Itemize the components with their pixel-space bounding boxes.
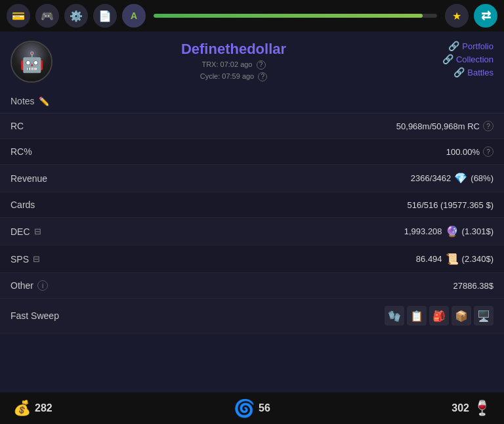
swap-nav-btn[interactable]: ⇄ [474,4,497,28]
rc-percent-value: 100.00% ? [446,146,494,157]
profile-username: Definethedollar [62,41,406,58]
bottom-right-item: 302 🍷 [452,400,491,417]
star-nav-btn[interactable]: ★ [445,4,469,28]
link-icon-portfolio: 🔗 [448,41,459,51]
wallet-nav-btn[interactable]: 💳 [7,4,30,28]
bottom-right-value: 302 [452,402,469,414]
rc-row: RC 50,968m/50,968m RC ? [0,114,504,139]
sweep-btn-5[interactable]: 🖥️ [474,306,494,326]
notes-text: Notes [10,96,35,106]
progress-bar-container [154,14,437,18]
dec-copy-icon[interactable]: ⊟ [34,226,41,236]
bottom-center-value: 56 [259,402,270,414]
sps-scroll-icon: 📜 [446,253,459,265]
other-row: Other i 27886.38$ [0,273,504,299]
rc-percent-row: RC% 100.00% ? [0,139,504,165]
portfolio-label: Portfolio [462,41,494,51]
bottom-potion-icon: 🍷 [473,400,491,417]
trx-info-icon[interactable]: ? [257,60,266,70]
trx-label: TRX: 07:02 ago [201,60,252,68]
collection-label: Collection [456,54,494,64]
battles-label: Battles [467,68,494,77]
sps-copy-icon[interactable]: ⊟ [33,254,40,264]
cycle-info-icon[interactable]: ? [258,72,267,81]
dec-gem-icon: 🔮 [446,225,459,238]
sweep-btn-1[interactable]: 🧤 [385,306,404,326]
sweep-icons-container: 🧤 📋 🎒 📦 🖥️ [385,306,494,326]
rc-value: 50,968m/50,968m RC ? [396,121,494,131]
notes-label: Notes ✏️ [10,96,49,106]
other-label: Other i [10,280,48,291]
fast-sweep-label: Fast Sweep [10,310,59,321]
profile-meta: TRX: 07:02 ago ? Cycle: 07:59 ago ? [62,59,406,82]
battles-link[interactable]: 🔗 Battles [453,67,494,77]
portfolio-link[interactable]: 🔗 Portfolio [448,41,494,51]
cards-value: 516/516 (19577.365 $) [407,200,494,210]
bottom-left-item: 💰 282 [13,400,52,417]
dec-label: DEC ⊟ [10,226,41,237]
link-icon-collection: 🔗 [442,54,453,64]
sps-row: SPS ⊟ 86.494 📜 (2.340$) [0,245,504,273]
dec-value: 1,993.208 🔮 (1.301$) [404,225,494,238]
progress-bar-fill [154,14,423,18]
sweep-btn-3[interactable]: 🎒 [429,306,449,326]
spin-icon: 🌀 [234,398,255,419]
data-rows-container: RC 50,968m/50,968m RC ? RC% 100.00% ? Re… [0,114,504,413]
bottom-bag-icon: 💰 [13,400,31,417]
fast-sweep-row: Fast Sweep 🧤 📋 🎒 📦 🖥️ [0,299,504,333]
document-nav-btn[interactable]: 📄 [93,4,117,28]
rc-info-icon[interactable]: ? [483,121,494,131]
revenue-row: Revenue 2366/3462 💎 (68%) [0,165,504,192]
gear-nav-btn[interactable]: ⚙️ [64,4,88,28]
other-info-icon[interactable]: i [37,280,48,291]
sps-label: SPS ⊟ [10,254,40,265]
sweep-btn-4[interactable]: 📦 [452,306,471,326]
rc-percent-label: RC% [10,146,32,157]
dec-row: DEC ⊟ 1,993.208 🔮 (1.301$) [0,218,504,245]
top-nav: 💳 🎮 ⚙️ 📄 A ★ ⇄ [0,0,504,32]
profile-info: Definethedollar TRX: 07:02 ago ? Cycle: … [62,41,406,82]
profile-section: 🤖 Definethedollar TRX: 07:02 ago ? Cycle… [0,32,504,89]
avatar: 🤖 [10,41,52,83]
profile-links: 🔗 Portfolio 🔗 Collection 🔗 Battles [415,41,494,77]
rc-label: RC [10,121,24,131]
controller-nav-btn[interactable]: 🎮 [35,4,59,28]
other-value: 27886.38$ [453,281,494,291]
edit-icon[interactable]: ✏️ [39,96,49,106]
bottom-left-value: 282 [35,402,52,414]
collection-link[interactable]: 🔗 Collection [442,54,494,64]
bottom-bar: 💰 282 🌀 56 302 🍷 [0,392,504,424]
rc-percent-info-icon[interactable]: ? [483,146,494,157]
sps-value: 86.494 📜 (2.340$) [416,253,494,265]
avatar-inner: 🤖 [12,42,51,81]
bottom-center-item: 🌀 56 [234,398,270,419]
revenue-label: Revenue [10,173,47,184]
cards-row: Cards 516/516 (19577.365 $) [0,192,504,218]
revenue-gem-icon: 💎 [454,172,467,184]
user-nav-btn[interactable]: A [122,4,146,28]
notes-row: Notes ✏️ [0,89,504,114]
sweep-btn-2[interactable]: 📋 [407,306,427,326]
link-icon-battles: 🔗 [453,67,465,77]
cycle-label: Cycle: 07:59 ago [200,72,255,80]
cards-label: Cards [10,200,35,210]
revenue-value: 2366/3462 💎 (68%) [411,172,494,184]
